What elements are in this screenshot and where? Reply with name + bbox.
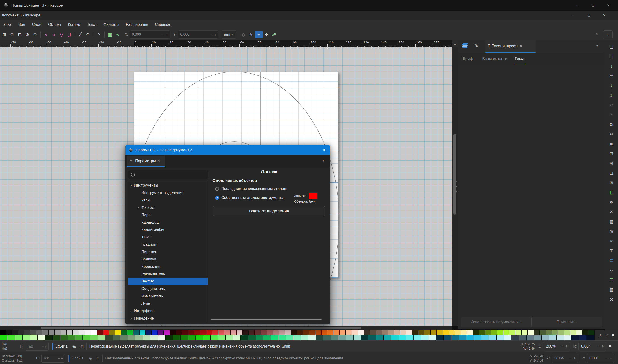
print-icon[interactable]: ▤ (608, 71, 615, 81)
palette-swatch[interactable] (182, 330, 188, 335)
palette-swatch[interactable] (38, 335, 45, 340)
join-nodes-icon[interactable]: ∨ (42, 31, 50, 39)
palette-swatch[interactable] (572, 335, 579, 340)
menu-item-Расширения[interactable]: Расширения (122, 20, 152, 29)
preferences-search-input[interactable] (128, 170, 208, 179)
palette-swatch[interactable] (36, 330, 42, 335)
palette-swatch[interactable] (437, 330, 443, 335)
tree-item-Каллиграфия[interactable]: Каллиграфия (128, 226, 207, 234)
x-input[interactable]: 0,000 − + (130, 30, 170, 39)
show-handles-icon[interactable]: ⌖ (255, 31, 263, 39)
dialog-close-icon[interactable]: ✕ (322, 148, 326, 153)
palette-swatch[interactable] (103, 330, 109, 335)
palette-swatch[interactable] (364, 330, 370, 335)
current-layer-label-2[interactable]: Слой 1 (72, 356, 83, 360)
menu-item-Фильтры[interactable]: Фильтры (100, 20, 122, 29)
palette-swatch[interactable] (164, 330, 170, 335)
stroke-indicator-value[interactable]: Н/Д (2, 346, 7, 351)
palette-swatch[interactable] (0, 335, 7, 340)
palette-swatch[interactable] (527, 335, 534, 340)
palette-swatch[interactable] (113, 335, 120, 340)
insert-node-min-icon[interactable]: ⊕ (8, 31, 16, 39)
rotation-spinner-2[interactable]: 0,00° − + (587, 354, 614, 363)
palette-swatch[interactable] (309, 330, 315, 335)
palette-swatch[interactable] (540, 330, 546, 335)
palette-swatch[interactable] (49, 330, 55, 335)
palette-swatch[interactable] (497, 335, 504, 340)
radio-icon[interactable] (215, 187, 219, 191)
palette-swatch[interactable] (12, 330, 18, 335)
palette-swatch[interactable] (334, 330, 340, 335)
palette-swatch[interactable] (243, 330, 249, 335)
palette-swatch[interactable] (256, 335, 263, 340)
palette-row-2[interactable] (0, 335, 594, 340)
palette-swatch[interactable] (557, 335, 564, 340)
tree-item-Распылитель[interactable]: Распылитель (128, 270, 207, 278)
palette-swatch[interactable] (24, 330, 30, 335)
palette-swatch[interactable] (406, 335, 414, 340)
palette-swatch[interactable] (587, 335, 594, 340)
palette-swatch[interactable] (233, 335, 241, 340)
join-segment-icon[interactable]: ∪ (50, 31, 58, 39)
palette-swatch[interactable] (473, 330, 479, 335)
statusbar-menu-icon[interactable]: ≡ (609, 344, 611, 349)
palette-swatch[interactable] (176, 330, 182, 335)
palette-swatch[interactable] (120, 335, 128, 340)
menu-item-авка[interactable]: авка (0, 20, 15, 29)
delete-node-icon[interactable]: ⊟ (16, 31, 24, 39)
save-icon[interactable]: ⇓ (608, 61, 615, 71)
palette-swatch[interactable] (195, 335, 203, 340)
palette-swatch[interactable] (75, 335, 83, 340)
palette-swatch[interactable] (150, 335, 158, 340)
fill-indicator-value[interactable]: Н/Д (2, 342, 7, 346)
palette-swatch[interactable] (203, 335, 210, 340)
maximize-button[interactable]: □ (588, 0, 598, 11)
tree-item-Фигуры[interactable]: ›Фигуры (128, 204, 207, 211)
palette-swatch[interactable] (0, 330, 6, 335)
palette-swatch[interactable] (400, 330, 406, 335)
palette-swatch[interactable] (449, 330, 455, 335)
palette-swatch[interactable] (346, 330, 352, 335)
palette-swatch[interactable] (291, 330, 297, 335)
palette-swatch[interactable] (582, 330, 588, 335)
palette-swatch[interactable] (322, 330, 328, 335)
xml-editor-icon[interactable]: ‹› (608, 265, 615, 275)
palette-swatch[interactable] (394, 330, 400, 335)
palette-swatch[interactable] (293, 335, 301, 340)
palette-swatch[interactable] (146, 330, 152, 335)
zoom-spinner[interactable]: 200% − + (543, 342, 570, 351)
tab-text-and-font[interactable]: T Текст и шрифт × (486, 40, 536, 52)
palette-swatch[interactable] (248, 335, 256, 340)
palette-swatch[interactable] (135, 335, 143, 340)
palette-swatch[interactable] (431, 330, 437, 335)
palette-swatch[interactable] (481, 335, 489, 340)
palette-swatch[interactable] (90, 335, 98, 340)
vertical-scrollbar-thumb[interactable] (453, 134, 456, 215)
palette-swatch[interactable] (42, 330, 49, 335)
tree-item-Градиент[interactable]: Градиент (128, 241, 207, 248)
horizontal-ruler[interactable]: -80-70-60-50-40-30-20-100102030405060708… (0, 40, 458, 47)
palette-swatch[interactable] (30, 330, 36, 335)
subtab-Текст[interactable]: Текст (511, 53, 528, 64)
insert-node-max-icon[interactable]: ⊕ (24, 31, 31, 39)
break-nodes-icon[interactable]: ⋁ (58, 31, 65, 39)
zoom-drawing-icon[interactable]: ⊞ (608, 158, 615, 168)
palette-swatch[interactable] (200, 330, 206, 335)
palette-swatch[interactable] (467, 330, 473, 335)
palette-swatch[interactable] (224, 330, 231, 335)
horizontal-scrollbar[interactable] (0, 326, 452, 330)
tree-item-Текст[interactable]: Текст (128, 234, 207, 241)
palette-swatch[interactable] (455, 330, 461, 335)
palette-swatch[interactable] (152, 330, 158, 335)
text-icon[interactable]: T (608, 246, 615, 256)
document-properties-icon[interactable]: ▥ (608, 285, 615, 294)
palette-swatch[interactable] (354, 335, 361, 340)
palette-swatch[interactable] (60, 335, 68, 340)
palette-swatch[interactable] (218, 330, 224, 335)
palette-scroll-up-icon[interactable]: ∧ (599, 333, 602, 337)
palette-swatch[interactable] (466, 335, 474, 340)
palette-swatch[interactable] (429, 335, 436, 340)
layers-dialog-icon[interactable] (463, 43, 467, 49)
palette-swatch[interactable] (194, 330, 200, 335)
palette-swatch[interactable] (346, 335, 353, 340)
